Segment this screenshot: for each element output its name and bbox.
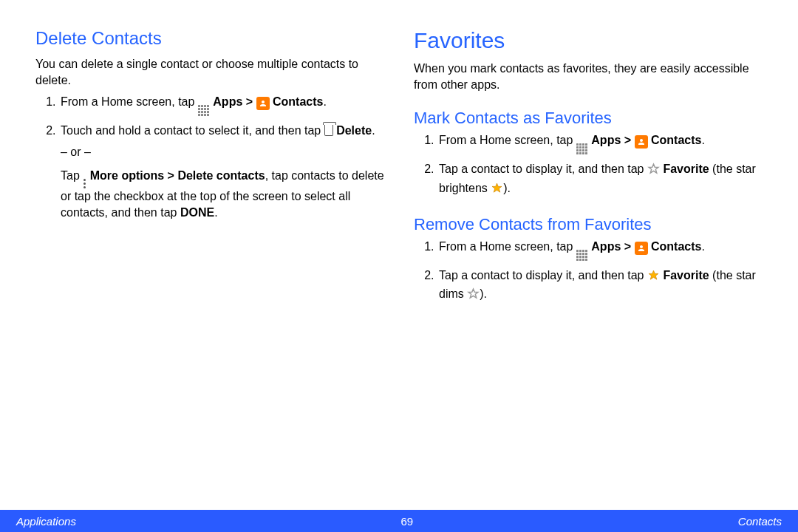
- remove-step-1: From a Home screen, tap Apps > Contacts.: [437, 239, 763, 262]
- apps-label: Apps: [213, 95, 242, 108]
- text: .: [701, 134, 704, 146]
- more-options-label: More options > Delete contacts: [90, 169, 265, 182]
- paragraph-delete-intro: You can delete a single contact or choos…: [35, 56, 384, 88]
- apps-label: Apps: [591, 240, 621, 253]
- breadcrumb-separator: >: [242, 95, 256, 108]
- heading-favorites: Favorites: [414, 28, 763, 53]
- remove-steps-list: From a Home screen, tap Apps > Contacts.…: [414, 239, 763, 305]
- or-divider: – or –: [61, 144, 384, 160]
- remove-step-2: Tap a contact to display it, and then ta…: [437, 267, 763, 305]
- contacts-label: Contacts: [273, 95, 323, 108]
- text: Tap a contact to display it, and then ta…: [439, 269, 647, 282]
- favorite-label: Favorite: [663, 269, 709, 282]
- done-label: DONE: [180, 206, 214, 219]
- heading-remove-favorites: Remove Contacts from Favorites: [414, 215, 763, 234]
- text: Touch and hold a contact to select it, a…: [61, 124, 324, 137]
- text: .: [323, 95, 326, 108]
- favorite-label: Favorite: [663, 163, 709, 175]
- star-filled-icon: [647, 269, 660, 286]
- document-page: Delete Contacts You can delete a single …: [0, 0, 798, 532]
- text: .: [372, 124, 375, 137]
- left-column: Delete Contacts You can delete a single …: [35, 28, 384, 532]
- text: .: [214, 206, 217, 219]
- breadcrumb-separator: >: [621, 134, 634, 146]
- right-column: Favorites When you mark contacts as favo…: [414, 28, 763, 532]
- star-dim-icon: [467, 287, 480, 304]
- text: Tap a contact to display it, and then ta…: [439, 163, 647, 175]
- star-bright-icon: [491, 182, 503, 199]
- mark-step-2: Tap a contact to display it, and then ta…: [437, 161, 763, 199]
- mark-step-1: From a Home screen, tap Apps > Contacts.: [437, 132, 763, 155]
- paragraph-favorites-intro: When you mark contacts as favorites, the…: [414, 61, 763, 92]
- footer-section-right: Contacts: [738, 515, 782, 528]
- contacts-label: Contacts: [651, 240, 701, 253]
- delete-steps-list: From a Home screen, tap Apps > Contacts.…: [35, 94, 384, 222]
- contacts-label: Contacts: [651, 134, 701, 146]
- contacts-icon: [635, 135, 648, 149]
- text: .: [701, 240, 704, 253]
- page-footer: Applications 69 Contacts: [0, 510, 798, 532]
- delete-step-2: Touch and hold a contact to select it, a…: [59, 123, 384, 222]
- more-options-icon: [83, 179, 86, 188]
- mark-steps-list: From a Home screen, tap Apps > Contacts.…: [414, 132, 763, 199]
- apps-label: Apps: [591, 134, 621, 146]
- apps-grid-icon: [198, 105, 210, 117]
- heading-delete-contacts: Delete Contacts: [35, 28, 384, 49]
- breadcrumb-separator: >: [621, 240, 634, 253]
- star-outline-icon: [647, 163, 660, 180]
- text: ).: [480, 287, 487, 300]
- apps-grid-icon: [576, 143, 588, 155]
- text: Tap: [61, 169, 83, 182]
- text: ).: [503, 182, 511, 194]
- apps-grid-icon: [576, 250, 588, 262]
- page-number: 69: [401, 515, 414, 528]
- delete-step-1: From a Home screen, tap Apps > Contacts.: [59, 94, 384, 117]
- delete-label: Delete: [336, 124, 372, 137]
- text: From a Home screen, tap: [61, 95, 198, 108]
- footer-section-left: Applications: [16, 515, 76, 528]
- contacts-icon: [635, 242, 648, 255]
- text: From a Home screen, tap: [439, 134, 576, 146]
- text: From a Home screen, tap: [439, 240, 576, 253]
- trash-icon: [324, 125, 333, 136]
- heading-mark-favorites: Mark Contacts as Favorites: [414, 109, 763, 128]
- contacts-icon: [256, 97, 270, 110]
